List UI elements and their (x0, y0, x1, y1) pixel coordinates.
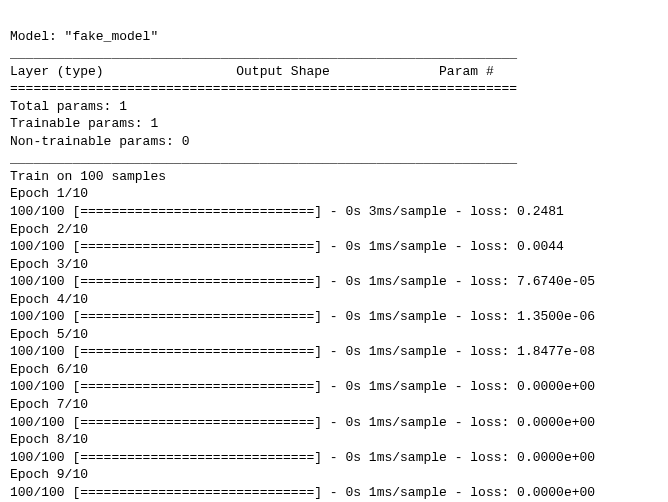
model-name-line: Model: "fake_model" (10, 28, 658, 46)
epoch-9-progress: 100/100 [==============================]… (10, 484, 658, 502)
epoch-7-label: Epoch 7/10 (10, 396, 658, 414)
epoch-6-label: Epoch 6/10 (10, 361, 658, 379)
epoch-1-progress: 100/100 [==============================]… (10, 203, 658, 221)
epoch-4-label: Epoch 4/10 (10, 291, 658, 309)
header-row: Layer (type) Output Shape Param # (10, 63, 658, 81)
epoch-2-progress: 100/100 [==============================]… (10, 238, 658, 256)
non-trainable-params: Non-trainable params: 0 (10, 133, 658, 151)
epoch-3-progress: 100/100 [==============================]… (10, 273, 658, 291)
epoch-5-label: Epoch 5/10 (10, 326, 658, 344)
epoch-1-label: Epoch 1/10 (10, 185, 658, 203)
epoch-9-label: Epoch 9/10 (10, 466, 658, 484)
epoch-7-progress: 100/100 [==============================]… (10, 414, 658, 432)
epoch-8-label: Epoch 8/10 (10, 431, 658, 449)
epoch-3-label: Epoch 3/10 (10, 256, 658, 274)
console-output: Model: "fake_model"_____________________… (10, 28, 658, 502)
trainable-params: Trainable params: 1 (10, 115, 658, 133)
epoch-2-label: Epoch 2/10 (10, 221, 658, 239)
epoch-8-progress: 100/100 [==============================]… (10, 449, 658, 467)
total-params: Total params: 1 (10, 98, 658, 116)
epoch-4-progress: 100/100 [==============================]… (10, 308, 658, 326)
underscore-rule-1: ________________________________________… (10, 45, 658, 63)
epoch-6-progress: 100/100 [==============================]… (10, 378, 658, 396)
equals-rule-1: ========================================… (10, 80, 658, 98)
underscore-rule-2: ________________________________________… (10, 150, 658, 168)
epoch-5-progress: 100/100 [==============================]… (10, 343, 658, 361)
train-on: Train on 100 samples (10, 168, 658, 186)
